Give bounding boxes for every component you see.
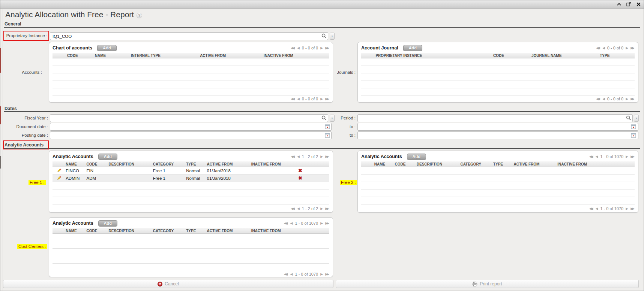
empty-table-row [361, 88, 635, 96]
pagination-first-icon[interactable]: ◀◀ [596, 97, 600, 101]
add-button[interactable]: Add [97, 45, 116, 51]
pagination: ◀◀◀1 - 0 of 1070▶▶▶ [284, 272, 329, 276]
panel-title: Analytic Accounts [361, 154, 402, 159]
cancel-button[interactable]: ✖ Cancel [3, 280, 333, 288]
pagination-prev-icon[interactable]: ◀ [290, 273, 293, 276]
search-icon[interactable] [626, 115, 632, 121]
pagination-next-icon[interactable]: ▶ [320, 97, 323, 101]
pagination-first-icon[interactable]: ◀◀ [291, 46, 295, 50]
empty-table-row [361, 81, 635, 88]
proprietary-instance-input[interactable] [50, 32, 328, 40]
pagination-prev-icon[interactable]: ◀ [297, 155, 300, 158]
pagination-last-icon[interactable]: ▶▶ [325, 222, 329, 225]
table-header: PROPRIETARY INSTANCECODEJOURNAL NAMETYPE [361, 53, 635, 58]
pagination-first-icon[interactable]: ◀◀ [291, 207, 295, 210]
cell-active-from: 01/Jan/2018 [206, 176, 251, 181]
posting-date-from-input[interactable] [50, 131, 332, 139]
pagination-next-icon[interactable]: ▶ [320, 46, 323, 50]
column-header: NAME [65, 229, 86, 233]
search-icon[interactable] [321, 33, 327, 39]
empty-table-row [53, 234, 329, 241]
pagination-prev-icon[interactable]: ◀ [596, 155, 598, 158]
pagination-prev-icon[interactable]: ◀ [297, 207, 300, 210]
pagination-prev-icon[interactable]: ◀ [596, 207, 598, 210]
pagination-prev-icon[interactable]: ◀ [290, 222, 293, 225]
pagination-prev-icon[interactable]: ◀ [602, 46, 605, 50]
collapse-icon[interactable] [616, 1, 621, 7]
pagination: ◀◀◀1 - 0 of 1070▶▶▶ [589, 154, 635, 159]
pagination-last-icon[interactable]: ▶▶ [630, 97, 635, 101]
pagination-last-icon[interactable]: ▶▶ [325, 46, 329, 50]
empty-table-row [53, 66, 329, 73]
section-divider [4, 111, 640, 112]
pagination-next-icon[interactable]: ▶ [626, 46, 628, 50]
chevron-down-icon[interactable]: ▼ [330, 33, 335, 40]
empty-table-row [53, 197, 329, 204]
column-header: ACTIVE FROM [206, 162, 251, 166]
empty-table-row [361, 73, 635, 81]
pagination-text: 1 - 0 of 1070 [600, 206, 623, 211]
calendar-icon[interactable] [631, 124, 636, 130]
edit-pencil-icon[interactable] [53, 168, 65, 173]
pagination-prev-icon[interactable]: ◀ [602, 97, 605, 101]
pagination-last-icon[interactable]: ▶▶ [325, 155, 329, 158]
panel-title: Analytic Accounts [53, 154, 93, 159]
delete-row-icon[interactable]: ✖ [298, 168, 302, 173]
pagination-next-icon[interactable]: ▶ [626, 155, 628, 158]
delete-row-icon[interactable]: ✖ [298, 175, 302, 181]
print-report-button[interactable]: Print report [336, 280, 639, 288]
calendar-icon[interactable] [631, 133, 636, 138]
pagination-next-icon[interactable]: ▶ [320, 222, 323, 225]
add-button[interactable]: Add [407, 154, 426, 160]
pagination-next-icon[interactable]: ▶ [626, 97, 628, 101]
pagination-first-icon[interactable]: ◀◀ [291, 155, 295, 158]
pagination-prev-icon[interactable]: ◀ [297, 46, 300, 50]
column-header: INACTIVE FROM [251, 229, 297, 233]
column-header: ACTIVE FROM [513, 162, 557, 166]
column-header: INACTIVE FROM [557, 162, 603, 166]
add-button[interactable]: Add [403, 45, 422, 51]
table-row: FINCOFINFree 1Normal01/Jan/2018✖ [53, 167, 329, 175]
pagination-last-icon[interactable]: ▶▶ [630, 155, 635, 158]
annotation-label-free1: Free 1 : [29, 180, 46, 185]
empty-table-row [53, 81, 329, 88]
document-date-from-input[interactable] [50, 123, 332, 131]
fiscal-year-input[interactable] [50, 114, 328, 122]
pagination-next-icon[interactable]: ▶ [626, 207, 628, 210]
column-header: DESCRIPTION [108, 229, 152, 233]
pagination-first-icon[interactable]: ◀◀ [596, 46, 600, 50]
pagination-last-icon[interactable]: ▶▶ [325, 207, 329, 210]
pagination-first-icon[interactable]: ◀◀ [291, 97, 295, 101]
pagination-first-icon[interactable]: ◀◀ [589, 155, 593, 158]
column-header: CODE [394, 162, 416, 166]
table-body [361, 58, 635, 96]
pagination-first-icon[interactable]: ◀◀ [284, 273, 288, 276]
document-date-to-input[interactable] [357, 123, 638, 131]
table-header: NAMECODEDESCRIPTIONCATEGORYTYPEACTIVE FR… [53, 228, 329, 234]
pagination-text: 0 - 0 of 0 [607, 97, 623, 101]
edge-annotation-mark [0, 106, 1, 124]
period-input[interactable] [357, 114, 633, 122]
add-button[interactable]: Add [98, 220, 117, 227]
help-icon[interactable]: ? [137, 13, 142, 18]
pagination-prev-icon[interactable]: ◀ [297, 97, 300, 101]
pagination-next-icon[interactable]: ▶ [320, 273, 323, 276]
edge-annotation-mark [0, 48, 1, 73]
pagination-last-icon[interactable]: ▶▶ [325, 273, 329, 276]
pagination-next-icon[interactable]: ▶ [320, 207, 323, 210]
accounts-label: Accounts : [8, 70, 42, 75]
pagination-last-icon[interactable]: ▶▶ [325, 97, 329, 101]
empty-table-row [53, 264, 329, 271]
posting-date-to-input[interactable] [357, 131, 638, 139]
add-button[interactable]: Add [98, 154, 117, 160]
popout-icon[interactable] [626, 1, 631, 7]
cell-name: FINCO [65, 169, 86, 173]
edit-pencil-icon[interactable] [53, 176, 65, 181]
pagination-last-icon[interactable]: ▶▶ [630, 207, 635, 210]
pagination-first-icon[interactable]: ◀◀ [589, 207, 593, 210]
pagination-first-icon[interactable]: ◀◀ [284, 222, 288, 225]
pagination-last-icon[interactable]: ▶▶ [630, 46, 635, 50]
pagination-next-icon[interactable]: ▶ [320, 155, 323, 158]
chevron-down-icon[interactable]: ▼ [634, 115, 639, 122]
close-icon[interactable] [636, 1, 641, 7]
